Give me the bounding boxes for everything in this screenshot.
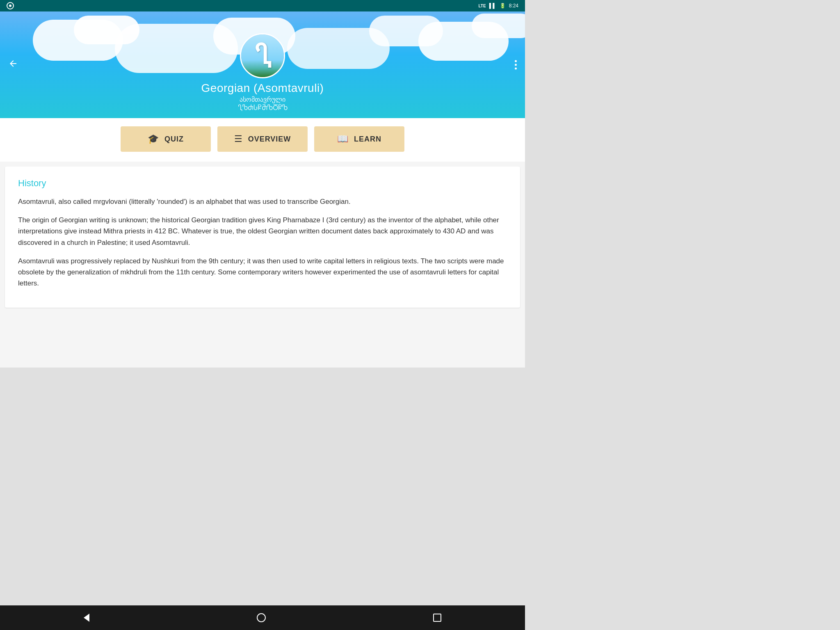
paragraph-1: Asomtavruli, also called mrgvlovani (lit… <box>18 196 507 207</box>
action-bar: 🎓 QUIZ ☰ OVERVIEW 📖 LEARN <box>0 118 525 162</box>
overview-label: OVERVIEW <box>248 135 291 144</box>
graduation-cap-icon: 🎓 <box>148 134 159 144</box>
quiz-label: QUIZ <box>164 135 184 144</box>
time-display: 8:24 <box>509 3 518 9</box>
quiz-button[interactable]: 🎓 QUIZ <box>121 126 211 152</box>
status-bar-right: LTE ▌▌ 🔋 8:24 <box>478 3 518 9</box>
language-title: Georgian (Asomtavruli) <box>201 82 324 95</box>
more-dot-1 <box>515 60 517 62</box>
signal-bars: ▌▌ <box>489 3 496 9</box>
overview-button[interactable]: ☰ OVERVIEW <box>217 126 308 152</box>
lte-signal: LTE <box>478 4 486 8</box>
learn-button[interactable]: 📖 LEARN <box>314 126 404 152</box>
more-dot-3 <box>515 68 517 70</box>
status-bar: LTE ▌▌ 🔋 8:24 <box>0 0 525 11</box>
header-banner: Ⴂ Georgian (Asomtavruli) ასომთავრული ႢႪႻ… <box>0 11 525 118</box>
content-area: History Asomtavruli, also called mrgvlov… <box>0 162 525 368</box>
back-button[interactable] <box>8 59 18 71</box>
language-subtitle-script: ႢႪႻႱႼႫႪႣႼႪ <box>238 104 288 112</box>
status-indicator <box>7 2 14 9</box>
status-bar-left <box>7 2 14 9</box>
book-icon: 📖 <box>337 134 348 144</box>
history-card: History Asomtavruli, also called mrgvlov… <box>5 167 520 308</box>
battery-icon: 🔋 <box>500 3 506 9</box>
paragraph-3: Asomtavruli was progressively replaced b… <box>18 256 507 289</box>
logo-letter: Ⴂ <box>254 43 271 68</box>
more-dot-2 <box>515 64 517 66</box>
language-subtitle-native: ასომთავრული <box>240 96 285 103</box>
paragraph-2: The origin of Georgian writing is unknow… <box>18 215 507 248</box>
learn-label: LEARN <box>354 135 381 144</box>
language-logo: Ⴂ <box>240 33 285 78</box>
section-title: History <box>18 178 507 189</box>
more-menu-button[interactable] <box>515 60 517 70</box>
list-icon: ☰ <box>234 134 242 144</box>
logo-inner: Ⴂ <box>241 34 284 77</box>
